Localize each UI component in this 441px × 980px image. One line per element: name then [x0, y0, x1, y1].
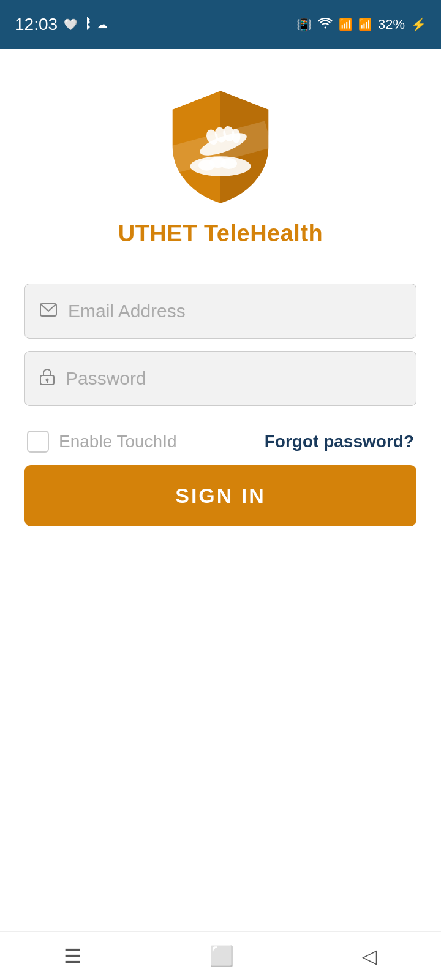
wifi-icon — [318, 17, 333, 32]
status-icons-left: 🤍 ☁ — [64, 17, 108, 33]
app-logo — [165, 86, 276, 208]
forgot-password-link[interactable]: Forgot password? — [265, 432, 414, 451]
svg-point-4 — [221, 158, 237, 169]
options-row: Enable TouchId Forgot password? — [24, 424, 417, 459]
status-bar: 12:03 🤍 ☁ 📳 📶 📶 32% ⚡ — [0, 0, 441, 49]
charging-icon: ⚡ — [411, 17, 426, 32]
status-right: 📳 📶 📶 32% ⚡ — [296, 17, 426, 32]
bluetooth-icon — [82, 17, 92, 33]
email-input-wrapper[interactable] — [24, 284, 417, 339]
heart-icon: 🤍 — [64, 18, 77, 31]
nav-home-icon[interactable]: ⬜ — [209, 944, 234, 968]
main-content: UTHET TeleHealth — [0, 49, 441, 551]
bottom-navigation: ☰ ⬜ ◁ — [0, 931, 441, 980]
lock-icon — [40, 368, 55, 390]
logo-container: UTHET TeleHealth — [118, 86, 323, 247]
svg-point-12 — [46, 378, 49, 381]
signal-icon: 📶 — [339, 18, 352, 31]
nav-menu-icon[interactable]: ☰ — [64, 944, 81, 968]
touchid-label: Enable TouchId — [59, 432, 177, 451]
sign-in-button[interactable]: SIGN IN — [24, 465, 417, 526]
status-time: 12:03 — [15, 15, 58, 34]
password-input-wrapper[interactable] — [24, 351, 417, 406]
signal-icon-2: 📶 — [358, 18, 372, 31]
email-icon — [40, 302, 57, 321]
app-title: UTHET TeleHealth — [118, 221, 323, 247]
battery-indicator: 32% — [378, 17, 405, 32]
form-container — [24, 284, 417, 406]
status-left: 12:03 🤍 ☁ — [15, 15, 108, 34]
touchid-group: Enable TouchId — [27, 431, 177, 453]
nav-back-icon[interactable]: ◁ — [362, 944, 377, 968]
password-input[interactable] — [66, 368, 401, 389]
touchid-checkbox[interactable] — [27, 431, 49, 453]
cloud-icon: ☁ — [97, 18, 108, 31]
vibrate-icon: 📳 — [296, 17, 312, 32]
email-input[interactable] — [68, 301, 401, 322]
